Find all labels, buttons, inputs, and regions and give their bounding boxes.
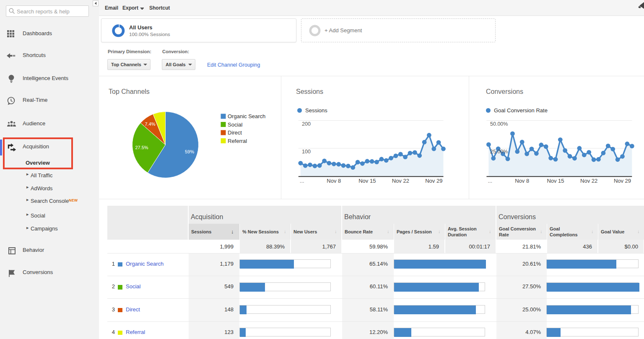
svg-text:Conversions: Conversions [486, 88, 523, 95]
svg-text:Nov 22: Nov 22 [392, 178, 409, 184]
svg-text:Social: Social [228, 122, 243, 128]
svg-text:...: ... [300, 178, 304, 184]
svg-text:50.00%: 50.00% [490, 121, 508, 127]
svg-text:Sessions: Sessions [296, 88, 323, 95]
svg-text:Nov 15: Nov 15 [547, 178, 564, 184]
svg-text:Top Channels: Top Channels [109, 88, 150, 95]
svg-text:100: 100 [302, 149, 311, 155]
svg-text:Direct: Direct [228, 129, 242, 136]
svg-text:Nov 22: Nov 22 [580, 178, 597, 184]
svg-text:Goal Conversion Rate: Goal Conversion Rate [494, 107, 548, 114]
svg-text:Nov 29: Nov 29 [425, 178, 442, 184]
svg-text:Nov 8: Nov 8 [327, 178, 341, 184]
svg-text:Nov 8: Nov 8 [515, 178, 529, 184]
svg-text:Referral: Referral [228, 138, 247, 144]
svg-text:Organic Search: Organic Search [228, 113, 265, 119]
svg-text:27.5%: 27.5% [135, 145, 148, 150]
svg-text:...: ... [488, 178, 492, 184]
svg-text:7.4%: 7.4% [145, 122, 155, 127]
svg-text:59%: 59% [185, 149, 194, 154]
svg-text:Nov 29: Nov 29 [614, 178, 631, 184]
svg-text:Sessions: Sessions [305, 107, 327, 114]
svg-text:200: 200 [302, 121, 311, 127]
svg-text:Nov 15: Nov 15 [358, 178, 376, 184]
svg-text:25.00%: 25.00% [490, 149, 508, 155]
